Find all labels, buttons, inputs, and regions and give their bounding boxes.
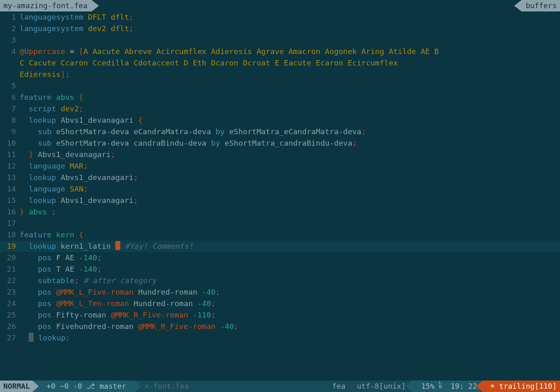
code-line[interactable]: 8 lookup Abvs1_devanagari { xyxy=(0,115,560,126)
code-line[interactable]: 25 pos Fifty-roman @MMK_R_Five-roman -11… xyxy=(0,309,560,321)
code-line[interactable]: 9 sub eShortMatra-deva eCandraMatra-deva… xyxy=(0,126,560,137)
buffers-tab[interactable]: buffers xyxy=(522,0,560,11)
line-number: 23 xyxy=(0,286,20,298)
line-number: 20 xyxy=(0,252,20,264)
line-number: 12 xyxy=(0,160,20,172)
status-bar: NORMAL +0 ~0 -0 ⎇ master <-font.fea fea … xyxy=(0,381,560,392)
code-line[interactable]: Edieresis]; xyxy=(0,69,560,80)
code-content[interactable]: lookup Abvs1_devanagari; xyxy=(20,172,560,183)
line-number: 21 xyxy=(0,264,20,275)
trailing-label: ☀ trailing[110] xyxy=(490,381,557,392)
line-number: 4 xyxy=(0,46,20,57)
code-content[interactable]: language SAN; xyxy=(20,183,560,195)
filetype-label: fea xyxy=(332,381,346,392)
line-number: 15 xyxy=(0,195,20,206)
percent-label: 15% xyxy=(421,381,435,392)
code-line[interactable]: 14 language SAN; xyxy=(0,183,560,195)
code-content[interactable]: script dev2; xyxy=(20,103,560,115)
linecol-label: 19: 22 xyxy=(450,381,477,392)
line-number: 1 xyxy=(0,11,20,23)
editor-area[interactable]: 1languagesystem DFLT dflt;2languagesyste… xyxy=(0,11,560,344)
buffers-label: buffers xyxy=(526,0,557,11)
code-content[interactable]: lookup Abvs1_devanagari { xyxy=(20,115,560,126)
line-number: 5 xyxy=(0,80,20,92)
line-number: 8 xyxy=(0,115,20,126)
code-line[interactable]: 13 lookup Abvs1_devanagari; xyxy=(0,172,560,183)
file-segment: <-font.fea xyxy=(135,381,326,392)
code-content[interactable]: pos @MMK_L_Ten-roman Hundred-roman -40; xyxy=(20,298,560,309)
code-line[interactable]: 12 language MAR; xyxy=(0,160,560,172)
code-line[interactable]: 1languagesystem DFLT dflt; xyxy=(0,11,560,23)
line-number: 10 xyxy=(0,137,20,149)
code-content[interactable]: feature kern { xyxy=(20,229,560,241)
code-line[interactable]: 15 lookup Abvs1_devanagari; xyxy=(0,195,560,206)
line-number: 17 xyxy=(0,218,20,229)
code-content[interactable]: languagesystem dev2 dflt; xyxy=(20,23,560,34)
code-content[interactable]: subtable; # after category xyxy=(20,275,560,286)
code-line[interactable]: C Cacute Ccaron Ccedilla Cdotaccent D Et… xyxy=(0,57,560,69)
line-number: 2 xyxy=(0,23,20,34)
git-segment: +0 ~0 -0 ⎇ master xyxy=(32,381,135,392)
code-line[interactable]: 5 xyxy=(0,80,560,92)
mode-segment: NORMAL xyxy=(0,381,32,392)
code-content[interactable]: } abvs ; xyxy=(20,206,560,218)
code-content[interactable]: } Abvs1_devanagari; xyxy=(20,149,560,160)
line-number: 13 xyxy=(0,172,20,183)
code-line[interactable]: 23 pos @MMK_L_Five-roman Hundred-roman -… xyxy=(0,286,560,298)
code-line[interactable]: 11 } Abvs1_devanagari; xyxy=(0,149,560,160)
encoding-label: utf-8[unix] xyxy=(357,381,406,392)
code-content[interactable]: lookup; xyxy=(20,332,560,344)
code-content[interactable]: pos T AE -140; xyxy=(20,264,560,275)
code-content[interactable]: lookup kern1_latin #Yay! Comments! xyxy=(20,241,560,252)
code-content[interactable]: sub eShortMatra-deva eCandraMatra-deva b… xyxy=(20,126,560,137)
code-line[interactable]: 16} abvs ; xyxy=(0,206,560,218)
line-number: 9 xyxy=(0,126,20,137)
tab-filename-label: my-amazing-font.fea xyxy=(3,0,88,11)
code-line[interactable]: 24 pos @MMK_L_Ten-roman Hundred-roman -4… xyxy=(0,298,560,309)
code-content[interactable]: languagesystem DFLT dflt; xyxy=(20,11,560,23)
code-line[interactable]: 6feature abvs { xyxy=(0,92,560,103)
code-content[interactable]: pos F AE -140; xyxy=(20,252,560,264)
active-file-tab[interactable]: my-amazing-font.fea xyxy=(0,0,92,11)
code-line[interactable]: 2languagesystem dev2 dflt; xyxy=(0,23,560,34)
mode-label: NORMAL xyxy=(3,381,30,392)
code-content[interactable]: lookup Abvs1_devanagari; xyxy=(20,195,560,206)
line-number: 14 xyxy=(0,183,20,195)
line-number: 27 xyxy=(0,332,20,344)
line-number: 22 xyxy=(0,275,20,286)
line-number: 24 xyxy=(0,298,20,309)
code-content[interactable]: @Uppercase = [A Aacute Abreve Acircumfle… xyxy=(20,46,560,57)
line-number: 3 xyxy=(0,34,20,46)
line-number: 7 xyxy=(0,103,20,115)
code-content[interactable]: C Cacute Ccaron Ccedilla Cdotaccent D Et… xyxy=(20,57,560,69)
code-line[interactable]: 21 pos T AE -140; xyxy=(0,264,560,275)
line-number: 19 xyxy=(0,241,20,252)
code-content[interactable]: sub eShortMatra-deva candraBindu-deva by… xyxy=(20,137,560,149)
line-number: 16 xyxy=(0,206,20,218)
code-content[interactable]: pos Fifty-roman @MMK_R_Five-roman -110; xyxy=(20,309,560,321)
code-content[interactable]: pos @MMK_L_Five-roman Hundred-roman -40; xyxy=(20,286,560,298)
code-line[interactable]: 17 xyxy=(0,218,560,229)
code-content[interactable]: pos Fivehundred-roman @MMK_R_Five-roman … xyxy=(20,321,560,332)
line-number: 11 xyxy=(0,149,20,160)
code-content[interactable]: feature abvs { xyxy=(20,92,560,103)
code-line[interactable]: 19 lookup kern1_latin #Yay! Comments! xyxy=(0,241,560,252)
code-content[interactable]: language MAR; xyxy=(20,160,560,172)
code-content[interactable]: Edieresis]; xyxy=(20,69,560,80)
code-line[interactable]: 7 script dev2; xyxy=(0,103,560,115)
code-line[interactable]: 20 pos F AE -140; xyxy=(0,252,560,264)
position-segment: 15% LN 19: 22 xyxy=(412,381,483,392)
code-line[interactable]: 22 subtable; # after category xyxy=(0,275,560,286)
line-number: 26 xyxy=(0,321,20,332)
code-line[interactable]: 27 lookup; xyxy=(0,332,560,344)
file-label: <-font.fea xyxy=(144,381,189,392)
code-line[interactable]: 3 xyxy=(0,34,560,46)
tab-bar: my-amazing-font.fea buffers xyxy=(0,0,560,11)
code-line[interactable]: 10 sub eShortMatra-deva candraBindu-deva… xyxy=(0,137,560,149)
code-line[interactable]: 4@Uppercase = [A Aacute Abreve Acircumfl… xyxy=(0,46,560,57)
git-status: +0 ~0 -0 ⎇ master xyxy=(42,381,130,392)
code-line[interactable]: 18feature kern { xyxy=(0,229,560,241)
encoding-segment: utf-8[unix] xyxy=(351,381,412,392)
code-line[interactable]: 26 pos Fivehundred-roman @MMK_R_Five-rom… xyxy=(0,321,560,332)
line-number: 18 xyxy=(0,229,20,241)
